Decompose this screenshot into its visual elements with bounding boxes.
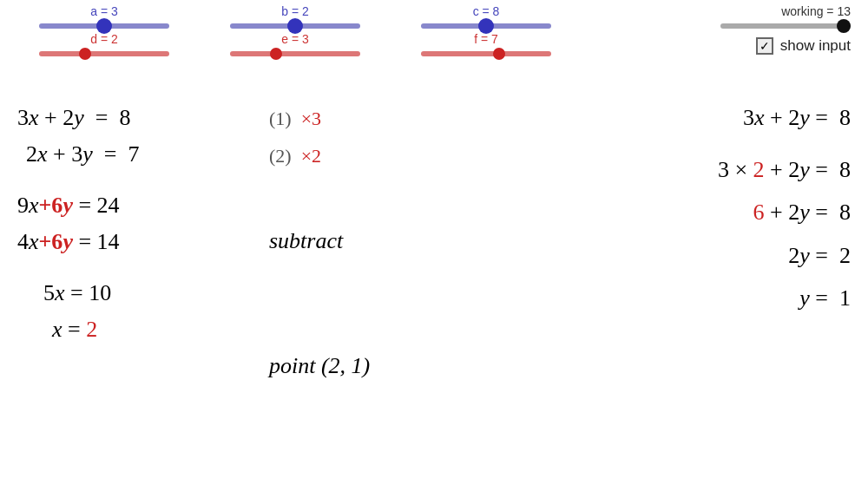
- working-label: working = 13: [781, 4, 851, 18]
- point-label: point (2, 1): [269, 348, 408, 384]
- right-eq3: 6 + 2y = 8: [434, 194, 868, 231]
- slider-d-thumb[interactable]: [79, 48, 91, 60]
- working-thumb[interactable]: [837, 19, 851, 33]
- show-input-area: ✓ show input: [756, 37, 851, 55]
- slider-c-label: c = 8: [473, 4, 500, 18]
- subtract-label: subtract: [269, 223, 408, 259]
- slider-b-label: b = 2: [281, 4, 309, 18]
- expanded-eq2: 4x+6y = 14: [17, 224, 260, 260]
- slider-a-label: a = 3: [90, 4, 118, 18]
- slider-c-group: c = 8 f = 7: [399, 4, 573, 95]
- working-track[interactable]: [720, 23, 851, 29]
- slider-f-track[interactable]: [421, 51, 551, 56]
- slider-a-thumb[interactable]: [96, 18, 112, 34]
- slider-a-group: a = 3 d = 2: [17, 4, 191, 95]
- slider-a-track[interactable]: [39, 23, 169, 29]
- show-input-label: show input: [780, 37, 851, 55]
- slider-b-thumb[interactable]: [287, 18, 303, 34]
- equation-1-row: 3x + 2y = 8: [17, 100, 260, 136]
- working-group: working = 13 ✓ show input: [720, 4, 851, 55]
- result-5x: 5x = 10: [17, 275, 260, 311]
- slider-e-label: e = 3: [281, 32, 309, 46]
- slider-e-track[interactable]: [230, 51, 360, 56]
- middle-labels: (1) ×3 (2) ×2 subtract point (2, 1): [260, 100, 408, 384]
- right-eq5: y = 1: [434, 280, 868, 317]
- label-1: (1) ×3: [269, 103, 408, 134]
- right-eq2: 3 × 2 + 2y = 8: [434, 152, 868, 188]
- equation-1-text: 3x + 2y = 8: [17, 105, 130, 130]
- left-equations: 3x + 2y = 8 2x + 3y = 7 9x+6y = 24 4x+6y…: [0, 100, 260, 384]
- right-equations: 3x + 2y = 8 3 × 2 + 2y = 8 6 + 2y = 8 2y…: [408, 100, 868, 384]
- right-eq1: 3x + 2y = 8: [434, 100, 868, 136]
- slider-d-track[interactable]: [39, 51, 169, 56]
- equation-2-text: 2x + 3y = 7: [26, 141, 139, 167]
- slider-b-track[interactable]: [230, 23, 360, 29]
- slider-e-thumb[interactable]: [270, 48, 282, 60]
- sliders-row: a = 3 d = 2 b = 2 e = 3 c = 8 f = 7 work…: [0, 0, 868, 95]
- show-input-checkbox[interactable]: ✓: [756, 37, 773, 55]
- slider-b-group: b = 2 e = 3: [208, 4, 382, 95]
- right-eq4: 2y = 2: [434, 238, 868, 274]
- slider-f-label: f = 7: [474, 32, 498, 46]
- result-x: x = 2: [17, 311, 260, 348]
- slider-c-track[interactable]: [421, 23, 551, 29]
- equation-2-row: 2x + 3y = 7: [17, 136, 260, 173]
- equations-wrapper: 3x + 2y = 8 2x + 3y = 7 9x+6y = 24 4x+6y…: [0, 100, 868, 384]
- slider-f-thumb[interactable]: [493, 48, 505, 60]
- slider-d-label: d = 2: [90, 32, 118, 46]
- slider-c-thumb[interactable]: [478, 18, 494, 34]
- label-2: (2) ×2: [269, 141, 408, 171]
- expanded-eq1: 9x+6y = 24: [17, 187, 260, 224]
